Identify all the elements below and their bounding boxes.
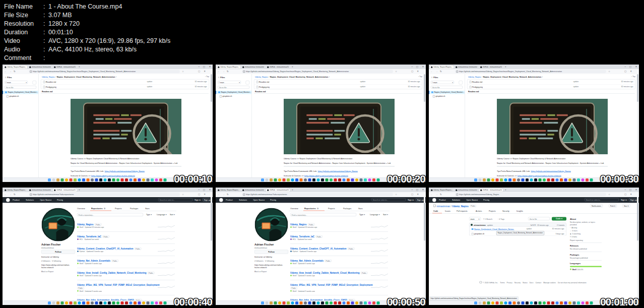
github-nav-item[interactable]: Solutions — [26, 199, 34, 202]
sidebar-search-button[interactable] — [33, 81, 37, 85]
taskbar-app-mail-icon[interactable] — [61, 178, 64, 181]
file-row[interactable]: Nagios_Deployment_Cloud_Monitoring_Netwo… — [470, 227, 566, 231]
tree-item[interactable]: gitupdate.sh — [216, 95, 251, 98]
taskbar-app-slate-icon[interactable] — [360, 178, 363, 181]
taskbar-search-icon[interactable] — [479, 178, 482, 181]
file-name-label[interactable]: Findgpg.png — [46, 86, 56, 88]
browser-tab[interactable]: Udemy_Nagios/Nagios_Depl... — [4, 66, 27, 69]
bookmark-star-icon[interactable]: ☆ — [608, 193, 610, 196]
taskbar-app-chrome-icon[interactable] — [82, 178, 85, 181]
taskbar-app-indigo-icon[interactable] — [138, 178, 141, 181]
profile-tab-stars[interactable]: Stars — [145, 208, 150, 210]
browser-tab[interactable]: mimaximmax (mimaximmax) - 1... — [241, 189, 265, 192]
about-stat-label[interactable]: 0 forks — [572, 236, 577, 238]
about-stat-label[interactable]: Activity — [571, 227, 577, 229]
taskbar-app-mint-icon[interactable] — [151, 178, 154, 181]
taskbar-file-explorer-icon[interactable] — [56, 178, 59, 181]
taskbar-app-store-icon[interactable] — [65, 178, 68, 181]
page-scrollbar-thumb[interactable] — [211, 203, 212, 241]
block-or-report-link[interactable]: Block or Report — [41, 271, 53, 273]
back-icon[interactable]: ← — [431, 70, 433, 73]
maximize-icon[interactable]: ▢ — [629, 189, 631, 191]
browser-tab[interactable]: Udemy_Nagios/Nagios_Depl... — [430, 66, 454, 69]
taskbar-app-excel-icon[interactable] — [326, 301, 329, 304]
repo-name-link[interactable]: Udemy_IPSec_IKE_VPN_Tunnel_P2P_P2MP_IKEv… — [290, 284, 372, 286]
instructor-url-link[interactable]: https://www.udemy.com/user/adrian-fische… — [518, 175, 561, 177]
taskbar-app-emerald-icon[interactable] — [377, 178, 380, 181]
profile-tab-packages[interactable]: Packages — [343, 208, 351, 210]
sign-in-link[interactable]: Sign in — [195, 199, 201, 202]
footer-link[interactable]: Manage cookies — [543, 282, 556, 284]
taskbar-file-explorer-icon[interactable] — [483, 301, 486, 304]
menu-icon[interactable]: ≡ — [204, 70, 206, 73]
repo-name-link[interactable]: Udemy_IPSec_IKE_VPN_Tunnel_P2P_P2MP_IKEv… — [77, 284, 159, 286]
taskbar-app-vlc-icon[interactable] — [372, 301, 375, 304]
file-row[interactable]: Readme.mdupdate32 minutes ago — [254, 80, 422, 85]
taskbar-app-word-icon[interactable] — [95, 301, 98, 304]
taskbar-app-mint-icon[interactable] — [577, 178, 580, 181]
close-icon[interactable]: × — [422, 66, 424, 69]
taskbar-app-teams-icon[interactable] — [104, 301, 107, 304]
taskbar-app-yellow-icon[interactable] — [355, 301, 358, 304]
taskbar-app-purple-icon[interactable] — [582, 178, 585, 181]
taskbar-search-icon[interactable] — [52, 178, 55, 181]
profile-tab-overview[interactable]: Overview — [290, 208, 298, 210]
url-bar[interactable]: https://github.com/mimaximmax?tab=reposi… — [242, 193, 393, 197]
branch-selector[interactable]: Ymain▾ — [218, 81, 241, 84]
commit-message[interactable]: update — [487, 224, 493, 226]
file-row[interactable]: Readme.mdupdate32 minutes ago — [468, 80, 635, 85]
taskbar-app-opera-icon[interactable] — [70, 178, 73, 181]
taskbar-app-blue-icon[interactable] — [343, 301, 346, 304]
taskbar-app-term-icon[interactable] — [321, 178, 324, 181]
menu-icon[interactable]: ≡ — [630, 193, 632, 196]
taskbar-app-mint-icon[interactable] — [577, 301, 580, 304]
code-button[interactable]: Code▾ — [552, 217, 566, 221]
taskbar-app-green-icon[interactable] — [116, 301, 119, 304]
browser-tab[interactable]: GitHub - mimaximmax/Udem... — [266, 189, 290, 192]
branch-selector[interactable]: Ymain▾ — [431, 81, 454, 84]
taskbar-app-mint-icon[interactable] — [364, 301, 367, 304]
browser-tab[interactable]: GitHub - mimaximmax/Udem... — [266, 66, 290, 69]
tree-item[interactable]: gitupdate.sh — [3, 95, 38, 98]
taskbar-app-teams-icon[interactable] — [317, 301, 320, 304]
repo-name-link[interactable]: Udemy_Nagios — [452, 205, 469, 208]
maximize-icon[interactable]: ▢ — [629, 66, 631, 68]
taskbar-app-gray-icon[interactable] — [304, 301, 307, 304]
instructor-url-link[interactable]: https://www.udemy.com/user/adrian-fische… — [91, 175, 135, 177]
taskbar-app-sharp-icon[interactable] — [500, 178, 503, 181]
close-icon[interactable]: × — [635, 189, 637, 192]
sidebar-search-button[interactable] — [459, 81, 463, 85]
browser-tab[interactable]: mimaximmax (mimaximmax) - 1... — [241, 66, 265, 69]
github-nav-item[interactable]: Open Source — [40, 199, 52, 202]
branch-selector[interactable]: Ymain▾ — [5, 81, 28, 84]
taskbar-app-excel-icon[interactable] — [539, 178, 542, 181]
github-nav-item[interactable]: Solutions — [452, 199, 460, 202]
profile-tab-projects[interactable]: Projects — [115, 208, 122, 210]
filter-type-button[interactable]: Type▾ — [146, 214, 152, 216]
taskbar-app-gray-icon[interactable] — [304, 178, 307, 181]
taskbar-app-dark-icon[interactable] — [312, 301, 315, 304]
taskbar-app-mail-icon[interactable] — [274, 301, 277, 304]
taskbar-file-explorer-icon[interactable] — [270, 301, 273, 304]
forward-icon[interactable]: → — [9, 193, 12, 196]
taskbar-app-vlc-icon[interactable] — [586, 301, 589, 304]
back-icon[interactable]: ← — [5, 70, 7, 73]
repo-name-link[interactable]: Udemy_Content_Creation_ChatGPT_AI_Automa… — [290, 248, 347, 250]
github-nav-item[interactable]: Pricing — [57, 199, 63, 202]
breadcrumb-root-link[interactable]: Udemy_Nagios — [255, 76, 268, 78]
taskbar-start-icon[interactable] — [474, 178, 477, 181]
footer-link[interactable]: Security — [514, 282, 521, 284]
taskbar-app-word-icon[interactable] — [522, 178, 525, 181]
profile-tab-stars[interactable]: Stars — [358, 208, 363, 210]
maximize-icon[interactable]: ▢ — [203, 189, 205, 191]
taskbar-app-indigo-icon[interactable] — [138, 301, 141, 304]
taskbar-app-store-icon[interactable] — [278, 301, 281, 304]
repo-name-link[interactable]: Udemy_Terraform_IaC — [77, 235, 101, 238]
taskbar-app-emerald-icon[interactable] — [164, 301, 167, 304]
taskbar-app-sharp-icon[interactable] — [287, 301, 290, 304]
forward-icon[interactable]: → — [9, 70, 12, 73]
taskbar-app-crimson-icon[interactable] — [125, 178, 128, 181]
sign-in-link[interactable]: Sign in — [621, 199, 627, 202]
extensions-icon[interactable]: ▢ — [198, 193, 200, 196]
file-row[interactable]: Findgpg.pngupdate32 minutes ago — [468, 84, 635, 89]
